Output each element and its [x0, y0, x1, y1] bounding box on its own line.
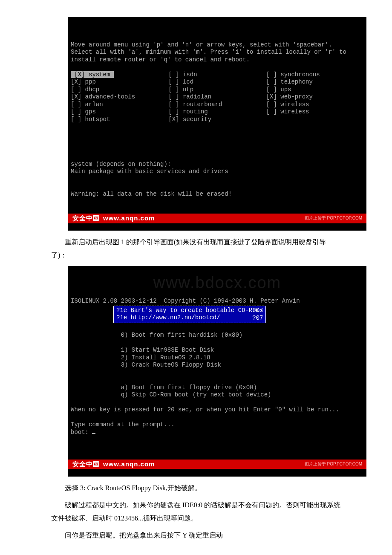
package-description: Main package with basic services and dri… [71, 168, 228, 175]
pkg-hotspot[interactable]: [ ] hotspot [71, 116, 110, 123]
pkg-radiolan[interactable]: [ ] radiolan [168, 93, 211, 100]
pkg-synchronous[interactable]: [ ] synchronous [266, 71, 320, 78]
package-col-1: [X] system [X] ppp [ ] dhcp [X] advanced… [71, 71, 168, 124]
footer-brand: 安全中国 [72, 460, 100, 468]
image-footer-bar: 安全中国 www.anqn.com 图片上传于 POP.PCPOP.COM [68, 214, 366, 223]
pkg-dhcp[interactable]: [ ] dhcp [71, 86, 99, 93]
body-paragraph: 重新启动后出现图 1 的那个引导画面(如果没有出现而直接进了登陆界面说明用硬盘引… [51, 236, 341, 262]
boot-hint: When no key is pressed for 20 sec, or wh… [71, 406, 339, 413]
pkg-isdn[interactable]: [ ] isdn [168, 71, 197, 78]
footer-attribution: 图片上传于 POP.PCPOP.COM [305, 216, 362, 221]
pkg-wireless[interactable]: [ ] wireless [266, 101, 309, 108]
boot-banner-box: ?1e Bart's way to create bootable CD-Rom… [113, 306, 266, 323]
boot-option-a[interactable]: a) Boot from first floppy drive (0x00) [121, 384, 257, 391]
isolinux-header: ISOLINUX 2.08 2003-12-12 Copyright (C) 1… [71, 298, 300, 304]
body-paragraph: 破解过程都是中文的。如果你的硬盘在 IDE0:0 的话破解是不会有问题的。否则可… [51, 499, 341, 525]
banner-code-2: ?07 [252, 315, 263, 322]
footer-brand: 安全中国 [72, 214, 100, 223]
pkg-ntp[interactable]: [ ] ntp [168, 86, 193, 93]
footer-attribution: 图片上传于 POP.PCPOP.COM [305, 462, 362, 467]
package-col-2: [ ] isdn [ ] lcd [ ] ntp [ ] radiolan [ … [168, 71, 266, 124]
body-paragraph: 选择 3: Crack RouteOS Floppy Disk,开始破解。 [51, 482, 341, 494]
boot-menu-terminal: www.bdocx.com ISOLINUX 2.08 2003-12-12 C… [68, 266, 366, 477]
instructions-line: install remote router or 'q' to cancel a… [71, 56, 250, 63]
pkg-wireless-2[interactable]: [ ] wireless [266, 108, 309, 115]
pkg-ups[interactable]: [ ] ups [266, 86, 291, 93]
boot-option-1[interactable]: 1) Start Win98SE Boot Disk [121, 347, 214, 353]
pkg-advanced-tools[interactable]: [X] advanced-tools [71, 93, 135, 100]
pkg-telephony[interactable]: [ ] telephony [266, 78, 313, 85]
cursor-icon [92, 433, 95, 434]
pkg-ppp[interactable]: [X] ppp [71, 78, 96, 85]
install-menu-terminal: Move around menu using 'p' and 'n' or ar… [68, 17, 366, 231]
banner-line-2: ?1e http://www.nu2.nu/bootcd/ [116, 314, 220, 321]
pkg-lcd[interactable]: [ ] lcd [168, 78, 193, 85]
pkg-routing[interactable]: [ ] routing [168, 108, 208, 115]
boot-option-0[interactable]: 0) Boot from first harddisk (0x80) [121, 332, 243, 338]
boot-option-2[interactable]: 2) Install RouteOS 2.8.18 [121, 354, 210, 361]
instructions-line: Move around menu using 'p' and 'n' or ar… [71, 41, 332, 48]
instructions-line: Select all with 'a', minimum with 'm'. P… [71, 49, 346, 55]
pkg-security[interactable]: [X] security [168, 116, 211, 123]
depends-line: system (depends on nothing): [71, 161, 171, 168]
banner-line-1: ?1e Bart's way to create bootable CD-Rom… [116, 307, 263, 314]
pkg-system[interactable]: [X] system [71, 71, 114, 78]
body-paragraph: 问你是否重启呢。把光盘拿出来后按下 Y 确定重启动 [51, 529, 341, 542]
footer-url: www.anqn.com [103, 460, 155, 468]
prompt-label: Type command at the prompt... [71, 421, 175, 428]
banner-code-1: ?07 [252, 307, 263, 315]
pkg-routerboard[interactable]: [ ] routerboard [168, 101, 222, 108]
pkg-arlan[interactable]: [ ] arlan [71, 101, 103, 108]
pkg-gps[interactable]: [ ] gps [71, 108, 96, 115]
pkg-web-proxy[interactable]: [X] web-proxy [266, 93, 313, 100]
boot-option-3[interactable]: 3) Crack RouteOS Floppy Disk [121, 361, 221, 368]
package-col-3: [ ] synchronous [ ] telephony [ ] ups [X… [266, 71, 364, 124]
package-columns: [X] system [X] ppp [ ] dhcp [X] advanced… [71, 71, 364, 124]
warning-line: Warning: all data on the disk will be er… [71, 191, 232, 197]
footer-url: www.anqn.com [103, 214, 155, 223]
image-footer-bar: 安全中国 www.anqn.com 图片上传于 POP.PCPOP.COM [68, 460, 366, 469]
boot-prompt[interactable]: boot: [71, 429, 92, 436]
boot-option-q[interactable]: q) Skip CD-Rom boot (try next boot devic… [121, 391, 271, 398]
